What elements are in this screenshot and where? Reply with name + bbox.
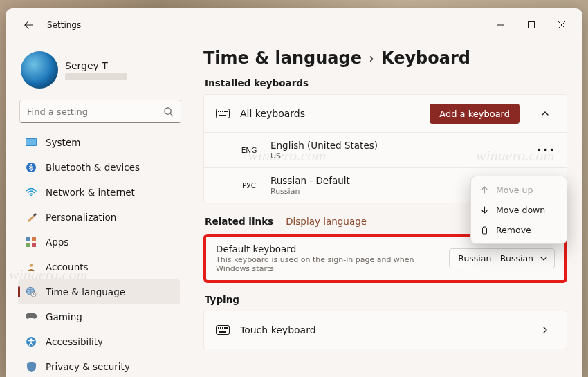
gaming-icon [25, 311, 37, 323]
svg-rect-7 [32, 237, 36, 241]
sidebar: Sergey T System Bluetooth & devices Netw… [6, 42, 188, 377]
minimize-button[interactable] [486, 15, 516, 35]
sidebar-item-label: Bluetooth & devices [46, 162, 140, 173]
sidebar-item-privacy[interactable]: Privacy & security [18, 354, 180, 377]
back-button[interactable] [17, 13, 40, 37]
svg-point-1 [165, 107, 171, 113]
touch-keyboard-card[interactable]: Touch keyboard [203, 311, 567, 349]
display-language-link[interactable]: Display language [286, 216, 367, 227]
sidebar-item-label: Network & internet [46, 187, 135, 198]
trash-icon [480, 226, 489, 235]
minimize-icon [497, 21, 504, 28]
wifi-icon [25, 186, 37, 199]
breadcrumb-current: Keyboard [381, 48, 470, 68]
sidebar-item-personalization[interactable]: Personalization [18, 205, 180, 230]
context-menu: Move up Move down Remove [470, 176, 567, 244]
sidebar-item-label: Time & language [46, 286, 125, 297]
profile-email-placeholder [65, 73, 127, 80]
globe-clock-icon [25, 286, 37, 298]
keyboard-sublabel: US [270, 151, 526, 160]
apps-icon [25, 236, 37, 248]
sidebar-item-label: Privacy & security [46, 361, 130, 372]
display-icon [25, 136, 37, 149]
svg-rect-25 [222, 327, 223, 329]
sidebar-item-label: Apps [46, 237, 68, 248]
sidebar-item-bluetooth[interactable]: Bluetooth & devices [18, 155, 180, 180]
keyboard-name: English (United States) [270, 140, 526, 151]
chevron-up-icon [541, 109, 549, 118]
svg-rect-0 [529, 22, 535, 28]
sidebar-item-apps[interactable]: Apps [18, 230, 180, 255]
keyboard-icon [215, 325, 230, 335]
nav-list: System Bluetooth & devices Network & int… [18, 130, 183, 377]
section-installed-heading: Installed keyboards [205, 77, 567, 89]
svg-rect-16 [218, 111, 219, 112]
accounts-icon [25, 261, 37, 273]
menu-move-down[interactable]: Move down [475, 200, 563, 220]
svg-point-5 [30, 195, 32, 196]
default-keyboard-value: Russian - Russian [458, 253, 533, 264]
accessibility-icon [25, 335, 37, 348]
profile-block[interactable]: Sergey T [18, 47, 183, 95]
sidebar-item-label: Accounts [46, 261, 89, 273]
close-button[interactable] [546, 15, 577, 35]
default-keyboard-title: Default keyboard [216, 243, 449, 255]
chevron-right-icon: › [369, 50, 374, 66]
sidebar-item-label: Accessibility [46, 336, 103, 347]
default-keyboard-select[interactable]: Russian - Russian [449, 248, 555, 268]
add-keyboard-button[interactable]: Add a keyboard [430, 104, 520, 124]
svg-rect-26 [224, 327, 226, 329]
breadcrumb-parent[interactable]: Time & language [203, 48, 362, 68]
maximize-icon [528, 21, 535, 28]
sidebar-item-label: Personalization [46, 212, 116, 223]
svg-rect-22 [217, 326, 230, 335]
search-box[interactable] [19, 100, 181, 123]
default-keyboard-subtitle: This keyboard is used on the sign-in pag… [216, 255, 449, 273]
svg-rect-28 [219, 331, 226, 333]
arrow-up-icon [480, 185, 489, 194]
svg-rect-3 [26, 139, 36, 145]
arrow-down-icon [480, 205, 489, 214]
svg-point-14 [30, 338, 32, 340]
settings-window: Settings Sergey T System Bluetooth & dev… [6, 8, 582, 377]
search-icon [163, 107, 174, 117]
sidebar-item-gaming[interactable]: Gaming [18, 304, 180, 329]
svg-rect-21 [219, 115, 226, 116]
search-input[interactable] [27, 107, 163, 117]
menu-move-up[interactable]: Move up [475, 180, 563, 200]
touch-keyboard-label: Touch keyboard [240, 324, 520, 335]
svg-rect-19 [224, 111, 226, 112]
svg-rect-17 [220, 111, 221, 112]
svg-rect-18 [222, 111, 223, 112]
language-tag: ENG [237, 146, 261, 154]
svg-point-10 [30, 264, 33, 267]
window-title: Settings [47, 20, 81, 30]
keyboard-entry[interactable]: ENG English (United States) US ••• [204, 132, 567, 167]
breadcrumb: Time & language › Keyboard [203, 48, 567, 68]
sidebar-item-network[interactable]: Network & internet [18, 180, 180, 205]
sidebar-item-accessibility[interactable]: Accessibility [18, 329, 180, 354]
svg-rect-8 [26, 243, 30, 247]
sidebar-item-time-language[interactable]: Time & language [18, 279, 180, 304]
svg-rect-23 [218, 327, 219, 329]
sidebar-item-accounts[interactable]: Accounts [18, 255, 180, 279]
svg-rect-15 [217, 109, 230, 118]
brush-icon [25, 211, 37, 223]
svg-rect-27 [226, 327, 228, 329]
titlebar: Settings [6, 8, 582, 42]
svg-rect-20 [226, 111, 228, 112]
more-button[interactable]: ••• [536, 140, 555, 160]
related-links-label: Related links [205, 216, 273, 227]
expand-button[interactable] [535, 320, 555, 340]
keyboard-icon [215, 109, 230, 118]
profile-name: Sergey T [65, 60, 127, 71]
collapse-button[interactable] [535, 103, 555, 124]
menu-remove[interactable]: Remove [475, 220, 563, 240]
sidebar-item-system[interactable]: System [18, 130, 180, 155]
shield-icon [25, 360, 37, 373]
language-tag: РУС [237, 181, 261, 190]
maximize-button[interactable] [516, 15, 546, 35]
main-content: Time & language › Keyboard Installed key… [188, 42, 582, 377]
all-keyboards-row[interactable]: All keyboards Add a keyboard [204, 95, 567, 132]
chevron-down-icon [540, 255, 547, 262]
